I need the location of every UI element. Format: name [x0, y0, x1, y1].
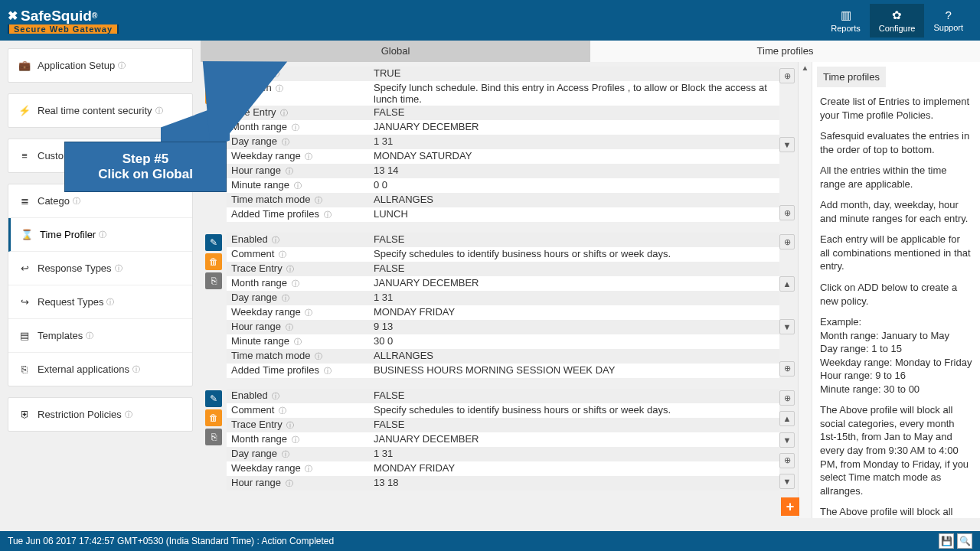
entry-row: Month range ⓘJANUARY DECEMBER	[227, 120, 779, 135]
row-label: Comment ⓘ	[227, 247, 369, 262]
reorder-button[interactable]: ▼	[779, 474, 795, 489]
tab-time-profiles[interactable]: Time profiles	[590, 41, 980, 62]
entry-row: Enabled ⓘFALSE	[227, 233, 779, 247]
help-paragraph: All the entries within the time range ar…	[820, 164, 972, 191]
row-label: Added Time profiles ⓘ	[227, 207, 369, 222]
scroll-up-icon[interactable]: ▲	[799, 62, 812, 73]
scrollbar[interactable]: ▲	[798, 62, 812, 518]
edit-button[interactable]: ✎	[205, 390, 222, 407]
reorder-button[interactable]: ⊕	[779, 234, 795, 249]
copy-button[interactable]: ⎘	[205, 429, 222, 445]
reorder-button[interactable]: ▲	[779, 411, 795, 426]
reorder-button[interactable]: ▼	[779, 137, 795, 152]
row-label: Trace Entry ⓘ	[227, 262, 369, 276]
row-value: FALSE	[369, 389, 779, 403]
row-value: TRUE	[369, 67, 779, 81]
row-value: MONDAY FRIDAY	[369, 305, 779, 320]
sidebar-item-label: Request Types	[38, 296, 103, 308]
reorder-button[interactable]: ▲	[779, 276, 795, 292]
sidebar-item-application-setup[interactable]: 💼Application Setupⓘ	[8, 49, 192, 82]
row-label: Day range ⓘ	[227, 291, 369, 305]
help-paragraph: Add month, day, weekday, hour and minute…	[820, 198, 972, 225]
sidebar-item-label: External applications	[38, 364, 129, 375]
status-text: Tue Jun 06 2017 17:42:57 GMT+0530 (India…	[8, 536, 334, 546]
info-icon: ⓘ	[155, 106, 163, 116]
nav-configure[interactable]: ✿Configure	[870, 4, 925, 37]
row-label: Month range ⓘ	[227, 276, 369, 291]
entry-row: Day range ⓘ1 31	[227, 291, 779, 305]
configure-icon: ✿	[879, 8, 916, 22]
info-icon: ⓘ	[106, 297, 114, 308]
callout-line2: Click on Global	[73, 167, 218, 182]
nav-support[interactable]: ?Support	[924, 4, 972, 37]
menu-icon: ↪	[18, 296, 31, 308]
save-icon[interactable]: 💾	[939, 533, 954, 549]
reorder-button[interactable]: ⊕	[779, 68, 795, 83]
sidebar-item-templates[interactable]: ▤Templatesⓘ	[8, 319, 192, 353]
help-paragraph: Example: Month range: January to May Day…	[820, 315, 972, 396]
row-value: 13 14	[369, 164, 779, 178]
top-bar: ✖ SafeSquid® Secure Web Gateway ▥Reports…	[0, 0, 980, 41]
sidebar-item-label: Response Types	[38, 262, 112, 274]
info-icon: ⓘ	[286, 323, 293, 331]
sidebar-item-request-types[interactable]: ↪Request Typesⓘ	[8, 285, 192, 319]
entry-row: Minute range ⓘ30 0	[227, 334, 779, 349]
sidebar-item-response-types[interactable]: ↩Response Typesⓘ	[8, 252, 192, 285]
row-value: 0 0	[369, 178, 779, 193]
entry-row: ...ce Entry ⓘFALSE	[227, 106, 779, 120]
row-value: 1 31	[369, 291, 779, 305]
sidebar-item-time-profiler[interactable]: ⌛Time Profilerⓘ	[8, 218, 192, 252]
entry-row: Time match mode ⓘALLRANGES	[227, 193, 779, 207]
sidebar-item-external-applications[interactable]: ⎘External applicationsⓘ	[8, 353, 192, 386]
copy-button[interactable]: ⎘	[205, 272, 222, 289]
menu-icon: ≡	[18, 150, 31, 161]
reorder-button[interactable]: ▼	[779, 432, 795, 448]
brand-reg: ®	[92, 11, 97, 20]
row-value: ALLRANGES	[369, 349, 779, 364]
sidebar-item-restriction-policies[interactable]: ⛨Restriction Policiesⓘ	[8, 398, 192, 431]
entry-row: Hour range ⓘ13 14	[227, 164, 779, 178]
search-icon[interactable]: 🔍	[957, 533, 972, 549]
reorder-button[interactable]: ⊕	[779, 205, 795, 220]
reorder-button[interactable]: ▼	[779, 319, 795, 334]
row-value: JANUARY DECEMBER	[369, 276, 779, 291]
menu-icon: ≣	[18, 195, 31, 207]
row-label: Time match mode ⓘ	[227, 193, 369, 207]
menu-icon: 💼	[18, 60, 31, 71]
info-icon: ⓘ	[115, 263, 122, 274]
help-paragraph: The Above profile will block all social …	[820, 403, 972, 497]
help-panel: Time profiles Create list of Entries to …	[812, 62, 980, 518]
status-bar: Tue Jun 06 2017 17:42:57 GMT+0530 (India…	[0, 531, 980, 551]
edit-button[interactable]: ✎	[205, 234, 222, 251]
row-value: FALSE	[369, 262, 779, 276]
entry: ✎🗑⎘Enabled ⓘFALSEComment ⓘSpecify schedu…	[201, 233, 798, 378]
row-value: FALSE	[369, 418, 779, 432]
delete-button[interactable]: 🗑	[205, 253, 222, 270]
sidebar-item-label: Time Profiler	[40, 229, 96, 240]
tabs: GlobalTime profiles	[201, 41, 980, 62]
menu-icon: ↩	[18, 262, 31, 274]
reorder-button[interactable]: ⊕	[779, 390, 795, 406]
info-icon: ⓘ	[73, 196, 80, 207]
sidebar-item-real-time-content-security[interactable]: ⚡Real time content securityⓘ	[8, 94, 192, 127]
help-paragraph: Click on ADD below to create a new polic…	[820, 281, 972, 308]
entry-row: Weekday range ⓘMONDAY SATURDAY	[227, 149, 779, 164]
brand-name: SafeSquid	[21, 8, 92, 24]
menu-icon: ⚡	[18, 105, 31, 116]
entry-row: Comment ⓘSpecify schedules to identify b…	[227, 403, 779, 418]
info-icon: ⓘ	[292, 435, 299, 444]
nav-reports[interactable]: ▥Reports	[822, 4, 870, 37]
reorder-button[interactable]: ⊕	[779, 453, 795, 468]
info-icon: ⓘ	[324, 210, 332, 219]
row-label: Minute range ⓘ	[227, 178, 369, 193]
entry-row: Minute range ⓘ0 0	[227, 178, 779, 193]
entry-row: Added Time profiles ⓘLUNCH	[227, 207, 779, 222]
row-label: Hour range ⓘ	[227, 476, 369, 491]
nav-icons: ▥Reports✿Configure?Support	[822, 4, 972, 37]
add-button[interactable]: +	[781, 497, 799, 516]
entry-row: Enabled ⓘTRUE	[227, 67, 779, 81]
reorder-button[interactable]: ⊕	[779, 361, 795, 377]
delete-button[interactable]: 🗑	[205, 409, 222, 426]
entry-row: Enabled ⓘFALSE	[227, 389, 779, 403]
info-icon: ⓘ	[118, 60, 126, 71]
